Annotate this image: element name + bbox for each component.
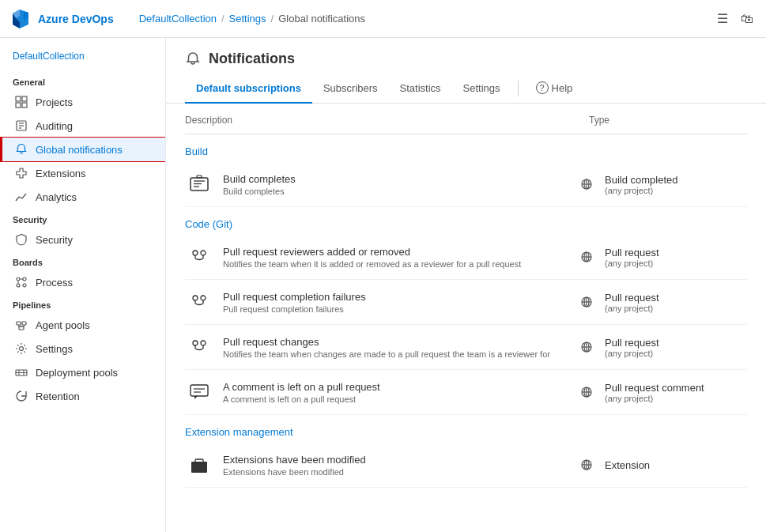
page-header: Notifications bbox=[166, 38, 766, 67]
projects-icon bbox=[15, 96, 28, 108]
svg-rect-19 bbox=[22, 322, 26, 325]
breadcrumb: DefaultCollection / Settings / Global no… bbox=[139, 13, 717, 25]
tab-subscribers[interactable]: Subscribers bbox=[312, 74, 389, 104]
sidebar-item-agent-pools[interactable]: Agent pools bbox=[0, 313, 165, 337]
notif-info-build-completes: Build completes Build completes bbox=[223, 173, 575, 196]
notification-row-pr-comment: A comment is left on a pull request A co… bbox=[185, 370, 747, 415]
azure-devops-logo-icon bbox=[13, 9, 32, 28]
notif-globe-pr-comment bbox=[575, 386, 598, 398]
notif-desc-build-completes: Build completes bbox=[223, 187, 575, 196]
sidebar-section-boards: Boards bbox=[0, 251, 165, 270]
table-header: Description Type bbox=[185, 107, 747, 134]
svg-point-15 bbox=[23, 284, 26, 287]
notif-globe-build-completes bbox=[575, 178, 598, 191]
svg-point-46 bbox=[201, 296, 206, 300]
col-header-type: Type bbox=[589, 115, 747, 126]
sidebar-item-deployment-pools[interactable]: Deployment pools bbox=[0, 360, 165, 384]
pr-icon-changes bbox=[185, 333, 213, 361]
notif-info-extensions-modified: Extensions have been modified Extensions… bbox=[223, 454, 575, 477]
notif-info-pr-completion-failures: Pull request completion failures Pull re… bbox=[223, 291, 575, 314]
help-circle-icon: ? bbox=[536, 81, 549, 94]
notif-info-pr-reviewers: Pull request reviewers added or removed … bbox=[223, 246, 575, 269]
sidebar-item-process-label: Process bbox=[36, 277, 73, 289]
tab-divider bbox=[518, 81, 519, 96]
svg-point-14 bbox=[17, 284, 20, 287]
tab-help[interactable]: ? Help bbox=[525, 74, 584, 104]
sidebar-item-settings[interactable]: Settings bbox=[0, 337, 165, 360]
sidebar-item-deployment-pools-label: Deployment pools bbox=[36, 367, 118, 379]
notif-name-pr-changes: Pull request changes bbox=[223, 336, 575, 348]
page-title: Notifications bbox=[209, 51, 295, 67]
sidebar-item-projects[interactable]: Projects bbox=[0, 90, 165, 114]
notif-name-pr-comment: A comment is left on a pull request bbox=[223, 381, 575, 393]
sidebar-section-pipelines: Pipelines bbox=[0, 294, 165, 313]
notif-info-pr-changes: Pull request changes Notifies the team w… bbox=[223, 336, 575, 359]
sidebar-collection: DefaultCollection bbox=[0, 47, 165, 71]
notifications-table: Description Type Build Build com bbox=[166, 107, 766, 488]
notif-globe-pr-completion-failures bbox=[575, 296, 598, 308]
notif-desc-pr-completion-failures: Pull request completion failures bbox=[223, 304, 575, 314]
pr-icon-completion bbox=[185, 288, 213, 316]
notif-type-build-completes: Build completed (any project) bbox=[605, 174, 747, 195]
tab-default-subscriptions[interactable]: Default subscriptions bbox=[185, 74, 312, 104]
tabs-bar: Default subscriptions Subscribers Statis… bbox=[166, 74, 766, 104]
top-bar: Azure DevOps DefaultCollection / Setting… bbox=[0, 0, 766, 38]
extensions-icon bbox=[15, 167, 28, 179]
sidebar-item-auditing-label: Auditing bbox=[36, 120, 73, 132]
svg-point-45 bbox=[193, 296, 198, 300]
svg-rect-5 bbox=[22, 96, 27, 101]
notif-globe-pr-reviewers bbox=[575, 251, 598, 263]
main-layout: DefaultCollection General Projects Audit… bbox=[0, 38, 766, 532]
notif-desc-pr-comment: A comment is left on a pull request bbox=[223, 394, 575, 404]
auditing-icon bbox=[15, 119, 28, 132]
sidebar-item-global-notifications[interactable]: Global notifications bbox=[0, 138, 165, 161]
sidebar-section-general: General bbox=[0, 71, 165, 90]
svg-point-25 bbox=[20, 347, 24, 351]
notif-info-pr-comment: A comment is left on a pull request A co… bbox=[223, 381, 575, 404]
notif-globe-extensions-modified bbox=[575, 458, 598, 471]
deployment-pools-icon bbox=[15, 366, 28, 379]
notif-name-pr-reviewers: Pull request reviewers added or removed bbox=[223, 246, 575, 258]
page-header-bell-icon bbox=[185, 51, 201, 67]
notification-row-build-completes: Build completes Build completes Build co… bbox=[185, 162, 747, 207]
sidebar-item-extensions[interactable]: Extensions bbox=[0, 161, 165, 185]
breadcrumb-defaultcollection[interactable]: DefaultCollection bbox=[139, 13, 217, 25]
comment-icon bbox=[185, 378, 213, 406]
svg-rect-7 bbox=[22, 103, 27, 108]
notification-row-pr-changes: Pull request changes Notifies the team w… bbox=[185, 325, 747, 370]
retention-icon bbox=[15, 390, 28, 402]
logo[interactable]: Azure DevOps bbox=[13, 9, 114, 28]
notif-desc-pr-reviewers: Notifies the team when it is added or re… bbox=[223, 259, 575, 269]
notif-type-pr-changes: Pull request (any project) bbox=[605, 337, 747, 358]
sidebar-item-retention-label: Retention bbox=[36, 391, 80, 402]
sidebar-item-security[interactable]: Security bbox=[0, 228, 165, 251]
shopping-bag-icon[interactable]: 🛍 bbox=[741, 12, 753, 26]
sidebar-item-retention[interactable]: Retention bbox=[0, 384, 165, 408]
sidebar-item-settings-label: Settings bbox=[36, 343, 73, 355]
svg-rect-18 bbox=[17, 322, 21, 325]
sidebar-item-extensions-label: Extensions bbox=[36, 168, 86, 179]
tab-settings[interactable]: Settings bbox=[452, 74, 511, 104]
notif-type-pr-completion-failures: Pull request (any project) bbox=[605, 292, 747, 313]
svg-point-52 bbox=[201, 341, 206, 345]
svg-point-13 bbox=[23, 277, 26, 281]
sidebar-item-process[interactable]: Process bbox=[0, 270, 165, 294]
notif-globe-pr-changes bbox=[575, 341, 598, 353]
sidebar-item-analytics-label: Analytics bbox=[36, 191, 77, 203]
notif-desc-extensions-modified: Extensions have been modified bbox=[223, 467, 575, 477]
section-label-extension-management: Extension management bbox=[185, 415, 747, 443]
agent-pools-icon bbox=[15, 319, 28, 331]
sidebar-item-security-label: Security bbox=[36, 234, 73, 246]
col-header-description: Description bbox=[185, 115, 589, 126]
tab-statistics[interactable]: Statistics bbox=[389, 74, 452, 104]
svg-rect-6 bbox=[16, 103, 21, 108]
sidebar-item-analytics[interactable]: Analytics bbox=[0, 185, 165, 209]
sidebar-item-auditing[interactable]: Auditing bbox=[0, 114, 165, 138]
grid-icon[interactable]: ☰ bbox=[717, 11, 728, 26]
breadcrumb-settings[interactable]: Settings bbox=[229, 13, 266, 25]
svg-rect-57 bbox=[191, 385, 208, 396]
notification-row-pr-completion-failures: Pull request completion failures Pull re… bbox=[185, 280, 747, 325]
notif-type-extensions-modified: Extension bbox=[605, 459, 747, 471]
svg-rect-34 bbox=[197, 175, 202, 178]
notifications-icon bbox=[15, 143, 28, 156]
